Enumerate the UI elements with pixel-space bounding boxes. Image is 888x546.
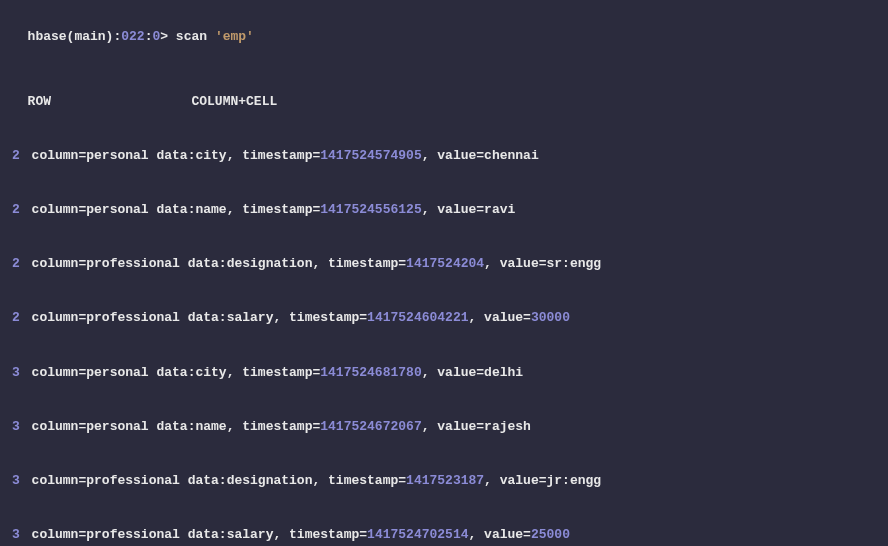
cell-prefix: column=professional data:designation, ti… bbox=[24, 256, 406, 271]
output-row: 2 column=personal data:city, timestamp=1… bbox=[12, 147, 876, 165]
cell-value: 30000 bbox=[531, 310, 570, 325]
cell-value: delhi bbox=[484, 365, 523, 380]
timestamp: 1417523187 bbox=[406, 473, 484, 488]
header-row: ROW bbox=[28, 94, 51, 109]
cell-prefix: column=professional data:salary, timesta… bbox=[24, 310, 367, 325]
row-key: 3 bbox=[12, 473, 20, 488]
timestamp: 1417524681780 bbox=[320, 365, 421, 380]
value-prefix: , value= bbox=[422, 419, 484, 434]
row-key: 2 bbox=[12, 256, 20, 271]
cell-value: rajesh bbox=[484, 419, 531, 434]
output-row: 2 column=professional data:designation, … bbox=[12, 255, 876, 273]
timestamp: 1417524672067 bbox=[320, 419, 421, 434]
timestamp: 1417524604221 bbox=[367, 310, 468, 325]
cell-prefix: column=professional data:designation, ti… bbox=[24, 473, 406, 488]
value-prefix: , value= bbox=[469, 527, 531, 542]
row-key: 3 bbox=[12, 527, 20, 542]
prompt-seq: 022 bbox=[121, 29, 144, 44]
output-row: 2 column=professional data:salary, times… bbox=[12, 309, 876, 327]
row-key: 2 bbox=[12, 202, 20, 217]
cell-value: jr:engg bbox=[547, 473, 602, 488]
output-row: 3 column=personal data:city, timestamp=1… bbox=[12, 364, 876, 382]
value-prefix: , value= bbox=[422, 365, 484, 380]
cell-value: 25000 bbox=[531, 527, 570, 542]
timestamp: 1417524204 bbox=[406, 256, 484, 271]
cell-prefix: column=personal data:city, timestamp= bbox=[24, 365, 320, 380]
cell-prefix: column=personal data:name, timestamp= bbox=[24, 419, 320, 434]
timestamp: 1417524574905 bbox=[320, 148, 421, 163]
prompt-prefix: hbase(main): bbox=[28, 29, 122, 44]
cell-value: chennai bbox=[484, 148, 539, 163]
row-key: 2 bbox=[12, 148, 20, 163]
cell-value: sr:engg bbox=[547, 256, 602, 271]
timestamp: 1417524702514 bbox=[367, 527, 468, 542]
prompt-arg: 'emp' bbox=[215, 29, 254, 44]
cell-prefix: column=personal data:city, timestamp= bbox=[24, 148, 320, 163]
output-row: 3 column=personal data:name, timestamp=1… bbox=[12, 418, 876, 436]
value-prefix: , value= bbox=[484, 473, 546, 488]
row-key: 3 bbox=[12, 365, 20, 380]
output-row: 3 column=professional data:designation, … bbox=[12, 472, 876, 490]
cell-prefix: column=personal data:name, timestamp= bbox=[24, 202, 320, 217]
cell-prefix: column=professional data:salary, timesta… bbox=[24, 527, 367, 542]
value-prefix: , value= bbox=[469, 310, 531, 325]
value-prefix: , value= bbox=[484, 256, 546, 271]
output-row: 2 column=personal data:name, timestamp=1… bbox=[12, 201, 876, 219]
value-prefix: , value= bbox=[422, 148, 484, 163]
row-key: 3 bbox=[12, 419, 20, 434]
header-colcell: COLUMN+CELL bbox=[191, 94, 277, 109]
cell-value: ravi bbox=[484, 202, 515, 217]
value-prefix: , value= bbox=[422, 202, 484, 217]
shell-prompt[interactable]: hbase(main):022:0> scan 'emp' bbox=[12, 10, 876, 46]
output-header: ROW COLUMN+CELL bbox=[12, 74, 876, 110]
prompt-arrow: > scan bbox=[160, 29, 215, 44]
output-rows: 2 column=personal data:city, timestamp=1… bbox=[12, 147, 876, 545]
row-key: 2 bbox=[12, 310, 20, 325]
output-row: 3 column=professional data:salary, times… bbox=[12, 526, 876, 544]
timestamp: 1417524556125 bbox=[320, 202, 421, 217]
